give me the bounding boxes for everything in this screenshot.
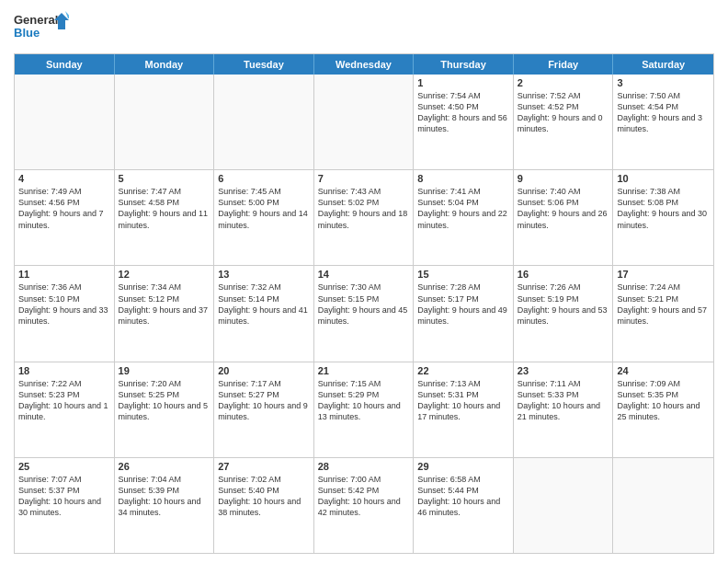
day-of-week-header: Saturday: [613, 54, 713, 75]
calendar-cell: 14Sunrise: 7:30 AM Sunset: 5:15 PM Dayli…: [314, 266, 415, 361]
calendar-cell: 11Sunrise: 7:36 AM Sunset: 5:10 PM Dayli…: [15, 266, 115, 361]
day-number: 21: [318, 365, 410, 376]
calendar-cell: 26Sunrise: 7:04 AM Sunset: 5:39 PM Dayli…: [115, 458, 215, 553]
day-number: 1: [417, 77, 509, 88]
day-number: 11: [18, 269, 110, 280]
day-number: 7: [318, 173, 410, 184]
day-info: Sunrise: 7:40 AM Sunset: 5:06 PM Dayligh…: [518, 186, 609, 231]
logo-svg: General Blue: [14, 9, 69, 46]
calendar-cell: 25Sunrise: 7:07 AM Sunset: 5:37 PM Dayli…: [15, 458, 115, 553]
calendar-week: 4Sunrise: 7:49 AM Sunset: 4:56 PM Daylig…: [15, 170, 713, 266]
day-info: Sunrise: 7:09 AM Sunset: 5:35 PM Dayligh…: [617, 378, 710, 423]
day-info: Sunrise: 7:41 AM Sunset: 5:04 PM Dayligh…: [417, 186, 509, 231]
calendar-cell: 13Sunrise: 7:32 AM Sunset: 5:14 PM Dayli…: [214, 266, 314, 361]
day-info: Sunrise: 7:24 AM Sunset: 5:21 PM Dayligh…: [617, 282, 710, 327]
day-number: 13: [218, 269, 310, 280]
day-number: 28: [318, 461, 410, 472]
day-of-week-header: Wednesday: [314, 54, 415, 75]
calendar-cell: [514, 458, 614, 553]
calendar-cell: 2Sunrise: 7:52 AM Sunset: 4:52 PM Daylig…: [514, 75, 614, 169]
day-info: Sunrise: 7:54 AM Sunset: 4:50 PM Dayligh…: [417, 90, 509, 135]
day-info: Sunrise: 7:26 AM Sunset: 5:19 PM Dayligh…: [518, 282, 609, 327]
calendar-cell: 19Sunrise: 7:20 AM Sunset: 5:25 PM Dayli…: [115, 362, 215, 457]
day-number: 14: [318, 269, 410, 280]
day-number: 29: [417, 461, 509, 472]
calendar-cell: 12Sunrise: 7:34 AM Sunset: 5:12 PM Dayli…: [115, 266, 215, 361]
day-info: Sunrise: 7:20 AM Sunset: 5:25 PM Dayligh…: [119, 378, 210, 423]
logo: General Blue: [14, 9, 69, 46]
day-number: 22: [417, 365, 509, 376]
day-info: Sunrise: 7:52 AM Sunset: 4:52 PM Dayligh…: [518, 90, 609, 135]
day-info: Sunrise: 7:43 AM Sunset: 5:02 PM Dayligh…: [318, 186, 410, 231]
calendar-cell: 10Sunrise: 7:38 AM Sunset: 5:08 PM Dayli…: [613, 170, 713, 265]
calendar-cell: [613, 458, 713, 553]
day-info: Sunrise: 7:45 AM Sunset: 5:00 PM Dayligh…: [218, 186, 310, 231]
calendar-cell: 16Sunrise: 7:26 AM Sunset: 5:19 PM Dayli…: [514, 266, 614, 361]
day-number: 18: [18, 365, 110, 376]
day-info: Sunrise: 7:00 AM Sunset: 5:42 PM Dayligh…: [318, 474, 410, 519]
day-info: Sunrise: 7:17 AM Sunset: 5:27 PM Dayligh…: [218, 378, 310, 423]
day-of-week-header: Friday: [514, 54, 614, 75]
calendar-cell: 24Sunrise: 7:09 AM Sunset: 5:35 PM Dayli…: [613, 362, 713, 457]
calendar-cell: 1Sunrise: 7:54 AM Sunset: 4:50 PM Daylig…: [414, 75, 514, 169]
day-number: 24: [617, 365, 710, 376]
day-number: 17: [617, 269, 710, 280]
day-number: 16: [518, 269, 609, 280]
day-info: Sunrise: 7:15 AM Sunset: 5:29 PM Dayligh…: [318, 378, 410, 423]
day-info: Sunrise: 7:36 AM Sunset: 5:10 PM Dayligh…: [18, 282, 110, 327]
day-number: 27: [218, 461, 310, 472]
calendar-cell: 27Sunrise: 7:02 AM Sunset: 5:40 PM Dayli…: [214, 458, 314, 553]
calendar-week: 18Sunrise: 7:22 AM Sunset: 5:23 PM Dayli…: [15, 362, 713, 458]
day-number: 6: [218, 173, 310, 184]
calendar-cell: 17Sunrise: 7:24 AM Sunset: 5:21 PM Dayli…: [613, 266, 713, 361]
calendar-cell: 7Sunrise: 7:43 AM Sunset: 5:02 PM Daylig…: [314, 170, 415, 265]
calendar-cell: 28Sunrise: 7:00 AM Sunset: 5:42 PM Dayli…: [314, 458, 415, 553]
calendar-cell: [214, 75, 314, 169]
day-info: Sunrise: 7:30 AM Sunset: 5:15 PM Dayligh…: [318, 282, 410, 327]
calendar-cell: 9Sunrise: 7:40 AM Sunset: 5:06 PM Daylig…: [514, 170, 614, 265]
calendar-cell: 23Sunrise: 7:11 AM Sunset: 5:33 PM Dayli…: [514, 362, 614, 457]
calendar-cell: 15Sunrise: 7:28 AM Sunset: 5:17 PM Dayli…: [414, 266, 514, 361]
calendar: SundayMondayTuesdayWednesdayThursdayFrid…: [14, 53, 714, 554]
day-info: Sunrise: 7:34 AM Sunset: 5:12 PM Dayligh…: [119, 282, 210, 327]
day-info: Sunrise: 7:49 AM Sunset: 4:56 PM Dayligh…: [18, 186, 110, 231]
calendar-cell: 4Sunrise: 7:49 AM Sunset: 4:56 PM Daylig…: [15, 170, 115, 265]
day-number: 9: [518, 173, 609, 184]
day-info: Sunrise: 7:11 AM Sunset: 5:33 PM Dayligh…: [518, 378, 609, 423]
day-info: Sunrise: 7:13 AM Sunset: 5:31 PM Dayligh…: [417, 378, 509, 423]
calendar-cell: [15, 75, 115, 169]
header: General Blue: [14, 9, 714, 46]
day-info: Sunrise: 7:22 AM Sunset: 5:23 PM Dayligh…: [18, 378, 110, 423]
svg-text:General: General: [14, 13, 58, 27]
day-of-week-header: Sunday: [15, 54, 115, 75]
calendar-week: 1Sunrise: 7:54 AM Sunset: 4:50 PM Daylig…: [15, 75, 713, 170]
day-info: Sunrise: 7:50 AM Sunset: 4:54 PM Dayligh…: [617, 90, 710, 135]
calendar-cell: 21Sunrise: 7:15 AM Sunset: 5:29 PM Dayli…: [314, 362, 415, 457]
calendar-header-row: SundayMondayTuesdayWednesdayThursdayFrid…: [15, 54, 713, 75]
day-number: 2: [518, 77, 609, 88]
calendar-cell: 3Sunrise: 7:50 AM Sunset: 4:54 PM Daylig…: [613, 75, 713, 169]
day-of-week-header: Thursday: [414, 54, 514, 75]
calendar-cell: 18Sunrise: 7:22 AM Sunset: 5:23 PM Dayli…: [15, 362, 115, 457]
calendar-cell: 6Sunrise: 7:45 AM Sunset: 5:00 PM Daylig…: [214, 170, 314, 265]
calendar-cell: [314, 75, 415, 169]
day-info: Sunrise: 7:38 AM Sunset: 5:08 PM Dayligh…: [617, 186, 710, 231]
day-of-week-header: Tuesday: [214, 54, 314, 75]
day-info: Sunrise: 6:58 AM Sunset: 5:44 PM Dayligh…: [417, 474, 509, 519]
day-number: 8: [417, 173, 509, 184]
calendar-week: 25Sunrise: 7:07 AM Sunset: 5:37 PM Dayli…: [15, 458, 713, 553]
day-of-week-header: Monday: [115, 54, 215, 75]
day-number: 15: [417, 269, 509, 280]
calendar-week: 11Sunrise: 7:36 AM Sunset: 5:10 PM Dayli…: [15, 266, 713, 362]
calendar-cell: 8Sunrise: 7:41 AM Sunset: 5:04 PM Daylig…: [414, 170, 514, 265]
page: General Blue SundayMondayTuesdayWednesda…: [0, 0, 728, 563]
calendar-cell: 22Sunrise: 7:13 AM Sunset: 5:31 PM Dayli…: [414, 362, 514, 457]
day-info: Sunrise: 7:07 AM Sunset: 5:37 PM Dayligh…: [18, 474, 110, 519]
calendar-cell: [115, 75, 215, 169]
calendar-body: 1Sunrise: 7:54 AM Sunset: 4:50 PM Daylig…: [15, 75, 713, 553]
day-number: 4: [18, 173, 110, 184]
day-number: 3: [617, 77, 710, 88]
day-info: Sunrise: 7:02 AM Sunset: 5:40 PM Dayligh…: [218, 474, 310, 519]
day-number: 25: [18, 461, 110, 472]
day-number: 23: [518, 365, 609, 376]
